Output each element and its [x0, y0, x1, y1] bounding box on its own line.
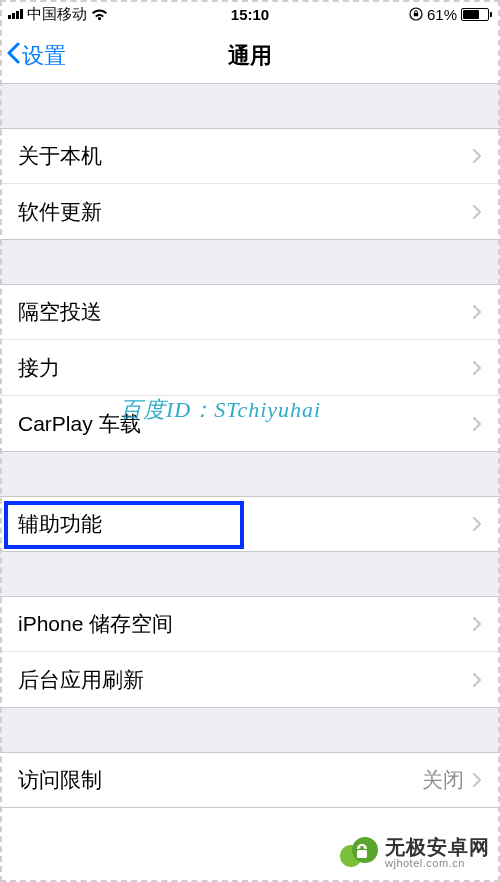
- chevron-right-icon: [472, 772, 482, 788]
- cell-software-update[interactable]: 软件更新: [0, 184, 500, 240]
- cell-label: 辅助功能: [18, 510, 102, 538]
- cell-airdrop[interactable]: 隔空投送: [0, 284, 500, 340]
- site-name: 无极安卓网: [385, 837, 490, 858]
- chevron-right-icon: [472, 204, 482, 220]
- chevron-right-icon: [472, 616, 482, 632]
- cell-iphone-storage[interactable]: iPhone 储存空间: [0, 596, 500, 652]
- chevron-right-icon: [472, 360, 482, 376]
- group-gap: [0, 240, 500, 284]
- group-gap: [0, 84, 500, 128]
- group-gap: [0, 452, 500, 496]
- cell-accessibility[interactable]: 辅助功能: [0, 496, 500, 552]
- chevron-right-icon: [472, 304, 482, 320]
- cell-background-refresh[interactable]: 后台应用刷新: [0, 652, 500, 708]
- cell-handoff[interactable]: 接力: [0, 340, 500, 396]
- site-watermark: 无极安卓网 wjhotel.com.cn: [337, 832, 490, 874]
- cell-restrictions[interactable]: 访问限制 关闭: [0, 752, 500, 808]
- cell-label: 隔空投送: [18, 298, 102, 326]
- status-time: 15:10: [0, 6, 500, 23]
- cell-value: 关闭: [422, 766, 472, 794]
- site-url: wjhotel.com.cn: [385, 858, 490, 870]
- chevron-right-icon: [472, 672, 482, 688]
- cell-label: 关于本机: [18, 142, 102, 170]
- nav-bar: 设置 通用: [0, 28, 500, 84]
- site-logo-icon: [337, 832, 379, 874]
- cell-label: iPhone 储存空间: [18, 610, 173, 638]
- svg-point-4: [364, 847, 366, 849]
- cell-carplay[interactable]: CarPlay 车载: [0, 396, 500, 452]
- page-title: 通用: [0, 41, 500, 71]
- group-gap: [0, 552, 500, 596]
- cell-label: 后台应用刷新: [18, 666, 144, 694]
- chevron-right-icon: [472, 516, 482, 532]
- cell-label: CarPlay 车载: [18, 410, 141, 438]
- group-gap: [0, 708, 500, 752]
- cell-label: 接力: [18, 354, 60, 382]
- cell-about[interactable]: 关于本机: [0, 128, 500, 184]
- chevron-right-icon: [472, 416, 482, 432]
- settings-table: 关于本机 软件更新 隔空投送 接力 CarPlay 车载 辅助功能 iPhone…: [0, 84, 500, 808]
- cell-label: 访问限制: [18, 766, 102, 794]
- cell-label: 软件更新: [18, 198, 102, 226]
- status-bar: 中国移动 15:10 61%: [0, 0, 500, 28]
- chevron-right-icon: [472, 148, 482, 164]
- svg-point-3: [359, 847, 361, 849]
- svg-rect-5: [357, 850, 367, 858]
- battery-icon: [461, 8, 492, 21]
